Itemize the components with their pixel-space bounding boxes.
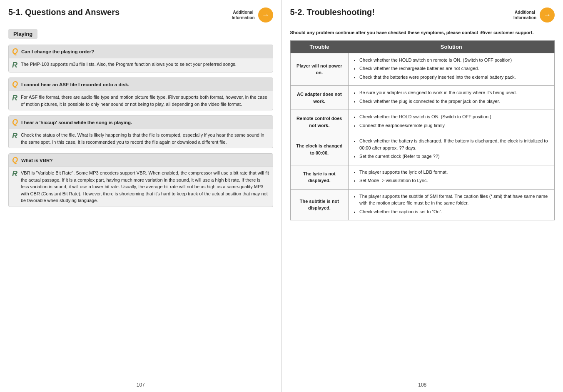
qa-item-2: QI cannot hear an ASF file I recorded on… [8, 77, 273, 110]
trouble-header: Trouble [290, 40, 349, 53]
section-label: Playing [8, 29, 37, 39]
solution-cell-6: The player supports the subtitle of SMI … [349, 189, 555, 220]
q-letter-3: Q [12, 118, 18, 127]
question-text-4: What is VBR? [21, 158, 52, 163]
question-text-1: Can I change the playing order? [21, 49, 94, 54]
qa-container: QCan I change the playing order?RThe PMP… [8, 45, 273, 207]
trouble-cell-3: Remote control does not work. [290, 110, 349, 134]
trouble-cell-1: Player will not power on. [290, 53, 349, 86]
qa-item-4: QWhat is VBR?RVBR is "Variable Bit Rate"… [8, 153, 273, 207]
q-letter-4: Q [12, 156, 18, 165]
solution-item-6-1: The player supports the subtitle of SMI … [359, 193, 550, 207]
qa-item-1: QCan I change the playing order?RThe PMP… [8, 45, 273, 72]
question-text-2: I cannot hear an ASF file I recorded ont… [21, 82, 130, 87]
solution-item-1-2: Check whether the rechargeable batteries… [359, 65, 550, 72]
solution-list-1: Check whether the HOLD switch on remote … [353, 57, 550, 81]
solution-cell-1: Check whether the HOLD switch on remote … [349, 53, 555, 86]
answer-row-1: RThe PMP-100 supports m3u file lists. Al… [9, 58, 273, 72]
solution-item-5-2: Set Mode -> visualization to Lyric. [359, 177, 550, 184]
question-row-3: QI hear a 'hiccup' sound while the song … [9, 116, 273, 129]
left-page: 5-1. Questions and Answers Additional In… [0, 0, 282, 392]
question-text-3: I hear a 'hiccup' sound while the song i… [21, 120, 132, 125]
answer-row-2: RFor ASF file format, there are audio fi… [9, 91, 273, 110]
solution-list-2: Be sure your adapter is designed to work… [353, 89, 550, 105]
left-page-title: 5-1. Questions and Answers [8, 7, 120, 17]
trouble-row-1: Player will not power on.Check whether t… [290, 53, 555, 86]
solution-item-2-1: Be sure your adapter is designed to work… [359, 89, 550, 96]
solution-cell-4: Check whether the battery is discharged.… [349, 134, 555, 165]
trouble-row-5: The lyric is not displayed.The player su… [290, 165, 555, 189]
solution-header: Solution [349, 40, 555, 53]
question-row-2: QI cannot hear an ASF file I recorded on… [9, 78, 273, 91]
left-page-number: 107 [137, 382, 145, 388]
trouble-row-2: AC adapter does not work.Be sure your ad… [290, 86, 555, 110]
q-letter-1: Q [12, 47, 18, 56]
solution-item-3-1: Check whether the HOLD switch is ON. (Sw… [359, 113, 550, 120]
answer-text-2: For ASF file format, there are audio fil… [21, 94, 269, 107]
solution-cell-2: Be sure your adapter is designed to work… [349, 86, 555, 110]
solution-list-4: Check whether the battery is discharged.… [353, 137, 550, 160]
answer-row-3: RCheck the status of the file. What is l… [9, 129, 273, 148]
left-page-header: 5-1. Questions and Answers Additional In… [8, 7, 273, 22]
question-row-4: QWhat is VBR? [9, 154, 273, 167]
right-header-right: Additional Information → [513, 7, 555, 22]
trouble-cell-4: The clock is changed to 00:00. [290, 134, 349, 165]
solution-item-2-2: Check whether the plug is connected to t… [359, 98, 550, 105]
q-letter-2: Q [12, 80, 18, 89]
trouble-row-4: The clock is changed to 00:00.Check whet… [290, 134, 555, 165]
solution-item-6-2: Check whether the caption is set to “On”… [359, 208, 550, 215]
right-page: 5-2. Troubleshooting! Additional Informa… [282, 0, 563, 392]
a-letter-3: R [12, 132, 17, 140]
solution-cell-3: Check whether the HOLD switch is ON. (Sw… [349, 110, 555, 134]
solution-item-4-2: Set the current clock (Refer to page ??) [359, 153, 550, 160]
answer-row-4: RVBR is "Variable Bit Rate". Some MP3 en… [9, 167, 273, 207]
right-page-number: 108 [418, 382, 426, 388]
trouble-row-6: The subtitle is not displayed.The player… [290, 189, 555, 220]
right-additional-info: Additional Information [513, 10, 536, 20]
solution-cell-5: The player supports the lyric of LDB for… [349, 165, 555, 189]
trouble-cell-5: The lyric is not displayed. [290, 165, 349, 189]
trouble-cell-6: The subtitle is not displayed. [290, 189, 349, 220]
left-nav-arrow[interactable]: → [258, 7, 273, 22]
qa-item-3: QI hear a 'hiccup' sound while the song … [8, 115, 273, 148]
a-letter-4: R [12, 170, 17, 178]
intro-text: Should any problem continue after you ha… [290, 29, 555, 36]
solution-list-3: Check whether the HOLD switch is ON. (Sw… [353, 113, 550, 129]
left-additional-info: Additional Information [232, 10, 255, 20]
answer-text-4: VBR is "Variable Bit Rate". Some MP3 enc… [21, 170, 269, 204]
solution-item-1-3: Check that the batteries were properly i… [359, 74, 550, 81]
answer-text-1: The PMP-100 supports m3u file lists. Als… [21, 61, 237, 68]
left-header-right: Additional Information → [232, 7, 273, 22]
trouble-table: Trouble Solution Player will not power o… [290, 40, 555, 221]
right-nav-arrow[interactable]: → [540, 7, 555, 22]
answer-text-3: Check the status of the file. What is li… [21, 132, 269, 145]
right-page-title: 5-2. Troubleshooting! [290, 7, 375, 17]
solution-item-3-2: Connect the earphones/remote plug firmly… [359, 122, 550, 129]
solution-item-5-1: The player supports the lyric of LDB for… [359, 169, 550, 176]
solution-item-4-1: Check whether the battery is discharged.… [359, 137, 550, 151]
trouble-row-3: Remote control does not work.Check wheth… [290, 110, 555, 134]
question-row-1: QCan I change the playing order? [9, 45, 273, 58]
right-page-header: 5-2. Troubleshooting! Additional Informa… [290, 7, 555, 22]
solution-list-6: The player supports the subtitle of SMI … [353, 193, 550, 215]
trouble-cell-2: AC adapter does not work. [290, 86, 349, 110]
a-letter-1: R [12, 61, 17, 70]
a-letter-2: R [12, 94, 17, 102]
solution-item-1-1: Check whether the HOLD switch on remote … [359, 57, 550, 64]
solution-list-5: The player supports the lyric of LDB for… [353, 169, 550, 184]
